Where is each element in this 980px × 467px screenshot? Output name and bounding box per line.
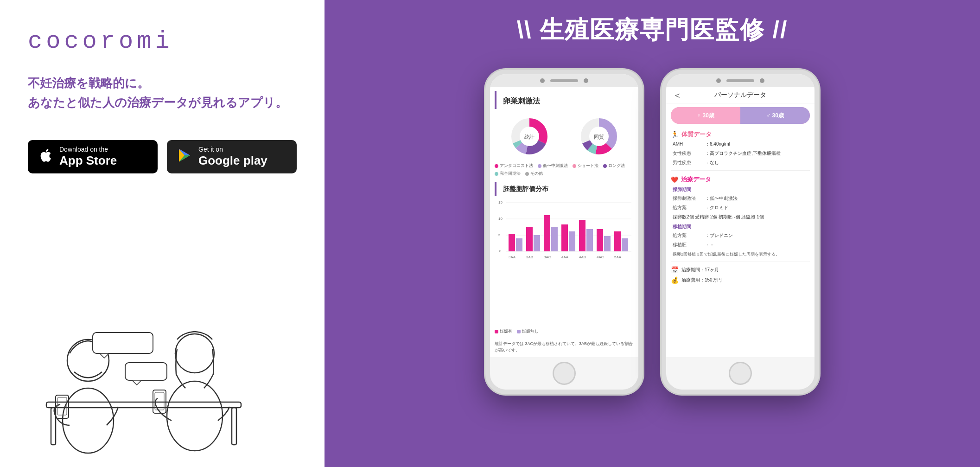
svg-rect-15 xyxy=(93,333,153,353)
svg-text:10: 10 xyxy=(498,217,503,221)
svg-rect-44 xyxy=(551,227,558,251)
phone2-note-row: 採卵2回移植 3回で妊娠,最後に妊娠した周期を表示する。 xyxy=(666,249,815,259)
amh-label: AMH xyxy=(673,141,705,148)
svg-marker-18 xyxy=(132,380,141,385)
svg-text:0: 0 xyxy=(499,249,502,253)
medicine-label: 処方薬 xyxy=(673,204,705,211)
bar-legend-1: 妊娠有 xyxy=(495,328,512,334)
svg-text:15: 15 xyxy=(498,200,503,205)
detail-value: 採卵数2個 受精卵 2個 初期胚 -個 胚盤胞 1個 xyxy=(673,213,764,221)
svg-rect-47 xyxy=(579,220,585,251)
phone2-detail-row: 採卵数2個 受精卵 2個 初期胚 -個 胚盤胞 1個 xyxy=(666,212,815,222)
right-panel-inner: \\ 生殖医療専門医監修 // 卵巣刺激法 xyxy=(325,0,980,467)
svg-rect-42 xyxy=(534,235,540,251)
illustration xyxy=(0,272,301,467)
male-disease-label: 男性疾患 xyxy=(673,159,705,166)
legend-item-5: 完全周期法 xyxy=(495,171,521,177)
transfer-count-label: 移植胚 xyxy=(673,241,705,249)
phone2-egg-subtitle: 採卵期間 xyxy=(666,185,815,194)
period-label: 治療期間：17ヶ月 xyxy=(681,267,719,273)
specialist-badge: \\ 生殖医療専門医監修 // xyxy=(517,14,788,46)
svg-text:同質: 同質 xyxy=(594,134,604,140)
phone1-section1-title: 卵巣刺激法 xyxy=(495,91,634,109)
phone2-divider2 xyxy=(671,262,810,262)
legend-item-1: アンタゴニスト法 xyxy=(495,163,533,169)
svg-rect-39 xyxy=(509,234,515,251)
phone1-donut2: 同質 xyxy=(578,115,620,157)
phone2-back-button[interactable]: ＜ xyxy=(673,89,682,102)
constitution-title: 体質データ xyxy=(681,130,712,139)
phone2-cost-row: 💰 治療費用：150万円 xyxy=(666,275,815,285)
phone1-camera2 xyxy=(584,78,588,83)
tagline-line2: あなたと似た人の治療データが見れるアプリ。 xyxy=(28,93,297,113)
phone1-home-button[interactable] xyxy=(553,362,576,385)
google-play-button[interactable]: Get it on Google play xyxy=(167,140,297,173)
phone1-speaker xyxy=(550,79,578,82)
phone1-bar-chart: 15 10 5 0 xyxy=(490,199,638,330)
phone2-nav-title: パーソナルデータ xyxy=(714,91,766,99)
constitution-icon: 🏃 xyxy=(671,131,679,138)
phone1-content: 卵巣刺激法 統計 xyxy=(490,87,638,357)
phone2-camera2 xyxy=(760,78,764,83)
amh-value: ：6.40ng/ml xyxy=(705,141,730,148)
phone2-period-row: 📅 治療期間：17ヶ月 xyxy=(666,265,815,275)
svg-rect-41 xyxy=(526,227,533,251)
phone1-donut1: 統計 xyxy=(509,115,550,157)
phone2-stimulation-row: 採卵刺激法 ：低〜中刺激法 xyxy=(666,194,815,203)
transfer-count-value: ：－ xyxy=(705,241,714,249)
svg-rect-46 xyxy=(569,231,575,251)
tagline: 不妊治療を戦略的に。 あなたと似た人の治療データが見れるアプリ。 xyxy=(28,74,297,112)
phone2-note: 採卵2回移植 3回で妊娠,最後に妊娠した周期を表示する。 xyxy=(673,251,780,258)
phone2-mockup: ＜ パーソナルデータ ♀ 30歳 ♂ 30歳 🏃 体質データ xyxy=(662,70,819,394)
phone2-male-disease-row: 男性疾患 ：なし xyxy=(666,158,815,167)
google-play-main-text: Google play xyxy=(198,154,267,168)
phone1-camera xyxy=(540,78,545,83)
phone1-section2-title: 胚盤胞評価分布 xyxy=(495,182,634,196)
right-panel: \\ 生殖医療専門医監修 // 卵巣刺激法 xyxy=(325,0,980,467)
svg-rect-40 xyxy=(516,238,522,251)
phone1-mockup: 卵巣刺激法 統計 xyxy=(485,70,643,394)
phone2-treatment-section: ❤️ 治療データ xyxy=(666,173,815,185)
phone2-amh-row: AMH ：6.40ng/ml xyxy=(666,140,815,149)
svg-text:5AA: 5AA xyxy=(614,255,622,259)
transfer-medicine-value: ：ブレドニン xyxy=(705,232,733,239)
phones-container: 卵巣刺激法 統計 xyxy=(485,70,819,394)
treatment-title: 治療データ xyxy=(681,175,711,184)
svg-rect-48 xyxy=(586,229,593,251)
svg-point-7 xyxy=(63,388,114,453)
app-store-top-text: Download on the xyxy=(59,146,117,154)
phone2-female-disease-row: 女性疾患 ：高プロラクチン血症,下垂体腫瘍種 xyxy=(666,149,815,158)
phone1-bar-legend: 妊娠有 妊娠無し xyxy=(490,328,638,338)
svg-rect-6 xyxy=(232,408,236,445)
phone2-nav: ＜ パーソナルデータ xyxy=(666,87,815,103)
phone2-female-label: ♀ 30歳 xyxy=(671,107,740,124)
svg-rect-17 xyxy=(125,363,167,380)
svg-rect-52 xyxy=(622,238,628,251)
google-play-text: Get it on Google play xyxy=(198,146,267,168)
phone2-transfer-subtitle: 移植期間 xyxy=(666,222,815,231)
medicine-value: ：クロミド xyxy=(705,204,728,211)
phone2-male-label: ♂ 30歳 xyxy=(740,107,810,124)
cost-label: 治療費用：150万円 xyxy=(681,277,722,283)
svg-rect-43 xyxy=(544,215,550,251)
legend-item-2: 低〜中刺激法 xyxy=(538,163,568,169)
store-buttons: Download on the App Store Get it on Goog… xyxy=(28,140,297,173)
legend-item-6: その他 xyxy=(525,171,543,177)
phone2-transfer-count-row: 移植胚 ：－ xyxy=(666,240,815,249)
svg-text:統計: 統計 xyxy=(524,134,535,140)
app-store-button[interactable]: Download on the App Store xyxy=(28,140,158,173)
calendar-icon: 📅 xyxy=(671,266,679,274)
svg-text:4AB: 4AB xyxy=(579,255,586,259)
phone1-legend: アンタゴニスト法 低〜中刺激法 ショート法 ロング法 xyxy=(490,162,638,180)
svg-text:3AC: 3AC xyxy=(544,255,551,259)
phone2-gender-bar: ♀ 30歳 ♂ 30歳 xyxy=(671,107,810,124)
phone2-speaker xyxy=(726,79,754,82)
bar-legend-2: 妊娠無し xyxy=(517,328,539,334)
svg-marker-16 xyxy=(100,353,109,358)
app-store-text: Download on the App Store xyxy=(59,146,117,168)
female-disease-value: ：高プロラクチン血症,下垂体腫瘍種 xyxy=(705,150,781,157)
phone2-notch xyxy=(666,74,815,87)
svg-point-12 xyxy=(175,334,214,373)
phone2-home-button[interactable] xyxy=(729,362,752,385)
apple-icon xyxy=(37,147,54,166)
